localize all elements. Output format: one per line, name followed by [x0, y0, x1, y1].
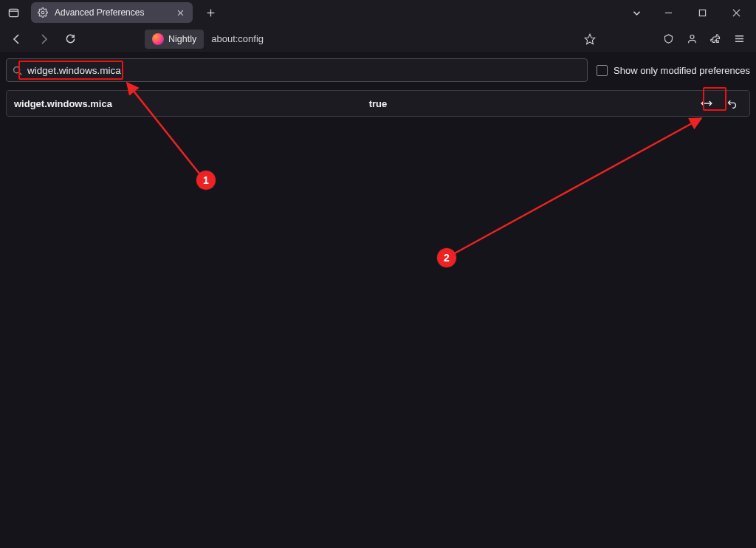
url-text: about:config	[211, 33, 264, 44]
back-button[interactable]	[6, 28, 28, 50]
toggle-button[interactable]	[696, 93, 717, 114]
titlebar-left: Advanced Preferences	[3, 2, 221, 23]
window-minimize-button[interactable]	[651, 0, 685, 25]
tabs-dropdown-button[interactable]	[622, 0, 651, 25]
search-row: Show only modified preferences	[6, 58, 750, 83]
gear-icon	[37, 7, 49, 18]
preference-name: widget.windows.mica	[14, 98, 112, 109]
search-box[interactable]	[6, 58, 588, 82]
app-menu-button[interactable]	[728, 28, 750, 50]
browser-toolbar: Nightly about:config	[0, 25, 756, 53]
tab-title: Advanced Preferences	[55, 7, 144, 18]
checkbox-icon[interactable]	[597, 65, 608, 76]
preference-actions	[696, 93, 742, 114]
svg-line-20	[453, 118, 701, 254]
firefox-logo-icon	[152, 33, 164, 45]
search-icon	[11, 64, 23, 76]
brand-label: Nightly	[168, 34, 196, 44]
about-config-content: Show only modified preferences widget.wi…	[0, 53, 756, 121]
svg-line-17	[18, 72, 21, 74]
sidebar-toggle-icon[interactable]	[3, 2, 24, 23]
svg-marker-11	[585, 34, 594, 44]
show-modified-label: Show only modified preferences	[614, 65, 750, 76]
toolbar-actions	[657, 28, 750, 50]
reload-button[interactable]	[59, 28, 81, 50]
show-modified-filter[interactable]: Show only modified preferences	[597, 65, 750, 76]
search-input[interactable]	[23, 65, 141, 76]
url-bar[interactable]: Nightly about:config	[145, 28, 264, 50]
svg-rect-0	[9, 9, 18, 16]
bookmark-button[interactable]	[579, 28, 601, 50]
new-tab-button[interactable]	[200, 2, 221, 23]
account-button[interactable]	[681, 28, 703, 50]
svg-point-12	[690, 35, 694, 39]
save-to-pocket-button[interactable]	[657, 28, 679, 50]
window-controls	[622, 0, 753, 25]
reset-button[interactable]	[721, 93, 742, 114]
window-titlebar: Advanced Preferences	[0, 0, 756, 25]
annotation-badge-1: 1	[196, 171, 216, 190]
forward-button[interactable]	[32, 28, 55, 50]
window-close-button[interactable]	[719, 0, 753, 25]
preference-value: true	[369, 98, 388, 109]
tab-close-button[interactable]	[173, 6, 187, 19]
extensions-button[interactable]	[704, 28, 726, 50]
svg-point-2	[41, 11, 44, 14]
annotation-badge-2: 2	[437, 248, 456, 267]
preference-row: widget.windows.mica true	[6, 90, 750, 117]
svg-rect-8	[699, 10, 705, 16]
window-maximize-button[interactable]	[685, 0, 719, 25]
browser-tab[interactable]: Advanced Preferences	[31, 2, 193, 23]
site-identity-chip[interactable]: Nightly	[145, 30, 204, 49]
svg-point-16	[13, 66, 19, 72]
